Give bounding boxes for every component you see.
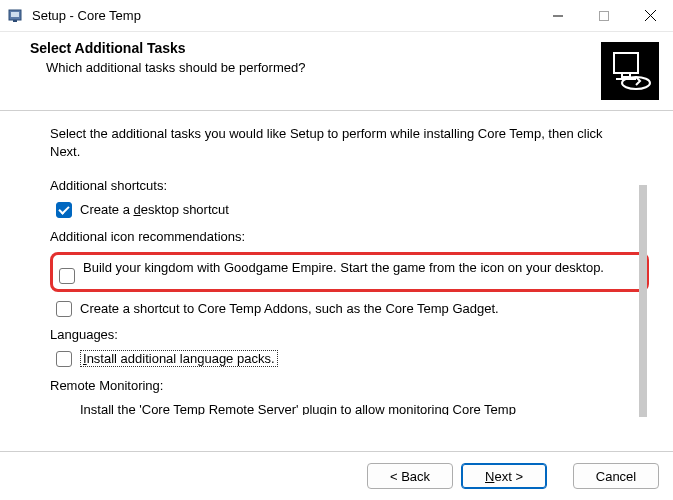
svg-rect-4 [600,11,609,20]
checkbox-desktop-shortcut[interactable]: Create a desktop shortcut [50,201,649,219]
checkbox-label: Build your kingdom with Goodgame Empire.… [83,260,640,275]
svg-rect-2 [13,20,17,22]
section-shortcuts-label: Additional shortcuts: [50,178,649,193]
section-remote-label: Remote Monitoring: [50,378,649,393]
wizard-icon [601,42,659,100]
titlebar: Setup - Core Temp [0,0,673,32]
checkbox-icon [59,268,75,284]
checkbox-icon [56,301,72,317]
checkbox-label: Install additional language packs. [80,350,649,368]
back-button[interactable]: < Back [367,463,453,489]
svg-rect-7 [614,53,638,73]
cancel-button[interactable]: Cancel [573,463,659,489]
minimize-button[interactable] [535,0,581,31]
close-button[interactable] [627,0,673,31]
checkbox-icon [56,202,72,218]
scrollbar[interactable] [639,185,647,417]
checkbox-label: Create a desktop shortcut [80,201,649,219]
window-controls [535,0,673,31]
wizard-footer: < Back Next > Cancel [0,452,673,500]
checkbox-addons-shortcut[interactable]: Create a shortcut to Core Temp Addons, s… [50,300,649,318]
checkbox-language-packs[interactable]: Install additional language packs. [50,350,649,368]
page-title: Select Additional Tasks [30,40,601,56]
page-subtitle: Which additional tasks should be perform… [46,60,601,75]
content-area: Select the additional tasks you would li… [0,111,673,437]
checkbox-icon [56,351,72,367]
intro-text: Select the additional tasks you would li… [50,125,649,160]
wizard-header: Select Additional Tasks Which additional… [0,32,673,111]
app-icon [8,8,24,24]
checkbox-remote-server[interactable]: Install the 'Core Temp Remote Server' pl… [50,401,649,415]
checkbox-label: Install the 'Core Temp Remote Server' pl… [80,401,649,415]
section-recommendations-label: Additional icon recommendations: [50,229,649,244]
svg-rect-8 [622,73,630,77]
maximize-button [581,0,627,31]
svg-rect-1 [11,12,19,17]
next-button[interactable]: Next > [461,463,547,489]
window-title: Setup - Core Temp [32,8,535,23]
highlighted-checkbox-goodgame[interactable]: Build your kingdom with Goodgame Empire.… [50,252,649,292]
section-languages-label: Languages: [50,327,649,342]
checkbox-label: Create a shortcut to Core Temp Addons, s… [80,300,649,318]
